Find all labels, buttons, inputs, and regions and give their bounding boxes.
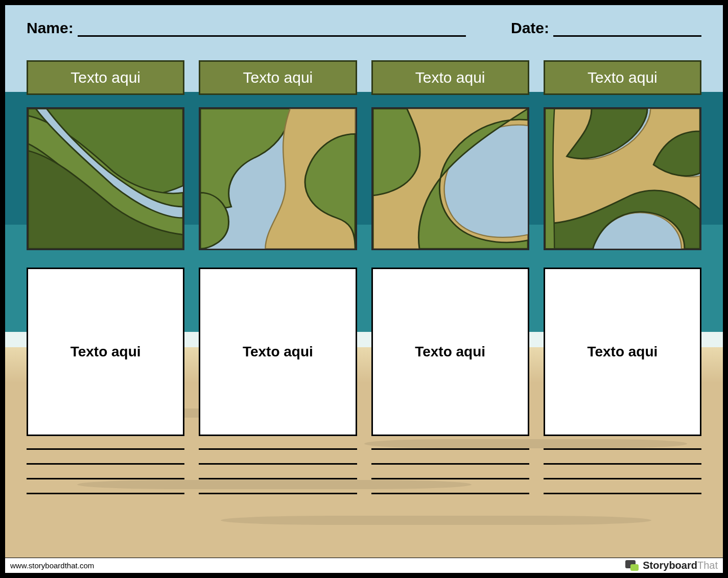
column-3-image bbox=[371, 107, 529, 250]
brand-logo: StoryboardThat bbox=[625, 560, 718, 571]
column-4-textbox-label: Texto aqui bbox=[587, 344, 657, 360]
writing-line[interactable] bbox=[371, 448, 529, 450]
footer: www.storyboardthat.com StoryboardThat bbox=[5, 558, 723, 573]
date-input-line[interactable] bbox=[553, 22, 701, 37]
column-2-image bbox=[199, 107, 357, 250]
writing-line[interactable] bbox=[199, 493, 357, 494]
column-3: Texto aqui Texto aqui bbox=[371, 60, 529, 494]
column-2: Texto aqui Texto aqui bbox=[199, 60, 357, 494]
name-label: Name: bbox=[27, 19, 74, 37]
writing-line[interactable] bbox=[544, 448, 701, 450]
writing-line[interactable] bbox=[199, 478, 357, 479]
column-2-textbox-label: Texto aqui bbox=[243, 344, 313, 360]
column-2-lines bbox=[199, 448, 357, 494]
date-field[interactable]: Date: bbox=[511, 19, 701, 37]
writing-line[interactable] bbox=[199, 448, 357, 450]
columns-container: Texto aqui Texto aqui bbox=[27, 60, 701, 494]
brand-bold: Storyboard bbox=[643, 560, 697, 571]
column-2-textbox[interactable]: Texto aqui bbox=[199, 268, 357, 436]
column-1: Texto aqui Texto aqui bbox=[27, 60, 184, 494]
column-4: Texto aqui Texto aqui bbox=[544, 60, 701, 494]
form-header: Name: Date: bbox=[27, 19, 701, 37]
writing-line[interactable] bbox=[27, 493, 184, 494]
column-3-lines bbox=[371, 448, 529, 494]
writing-line[interactable] bbox=[371, 478, 529, 479]
column-4-lines bbox=[544, 448, 701, 494]
name-input-line[interactable] bbox=[78, 22, 466, 37]
column-3-tab[interactable]: Texto aqui bbox=[371, 60, 529, 95]
column-1-textbox-label: Texto aqui bbox=[71, 344, 141, 360]
writing-line[interactable] bbox=[544, 478, 701, 479]
column-1-lines bbox=[27, 448, 184, 494]
column-1-tab[interactable]: Texto aqui bbox=[27, 60, 184, 95]
writing-line[interactable] bbox=[371, 493, 529, 494]
writing-line[interactable] bbox=[544, 493, 701, 494]
column-4-textbox[interactable]: Texto aqui bbox=[544, 268, 701, 436]
writing-line[interactable] bbox=[544, 463, 701, 465]
column-1-image bbox=[27, 107, 184, 250]
brand-light: That bbox=[697, 560, 718, 571]
date-label: Date: bbox=[511, 19, 549, 37]
column-2-tab[interactable]: Texto aqui bbox=[199, 60, 357, 95]
worksheet-page: Name: Date: Texto aqui bbox=[0, 0, 728, 578]
writing-line[interactable] bbox=[27, 478, 184, 479]
storyboard-icon bbox=[625, 560, 639, 571]
name-field[interactable]: Name: bbox=[27, 19, 466, 37]
column-3-textbox[interactable]: Texto aqui bbox=[371, 268, 529, 436]
writing-line[interactable] bbox=[27, 448, 184, 450]
writing-line[interactable] bbox=[371, 463, 529, 465]
writing-line[interactable] bbox=[199, 463, 357, 465]
column-4-tab[interactable]: Texto aqui bbox=[544, 60, 701, 95]
footer-url: www.storyboardthat.com bbox=[10, 561, 94, 570]
column-3-textbox-label: Texto aqui bbox=[415, 344, 485, 360]
column-1-textbox[interactable]: Texto aqui bbox=[27, 268, 184, 436]
writing-line[interactable] bbox=[27, 463, 184, 465]
column-4-image bbox=[544, 107, 701, 250]
